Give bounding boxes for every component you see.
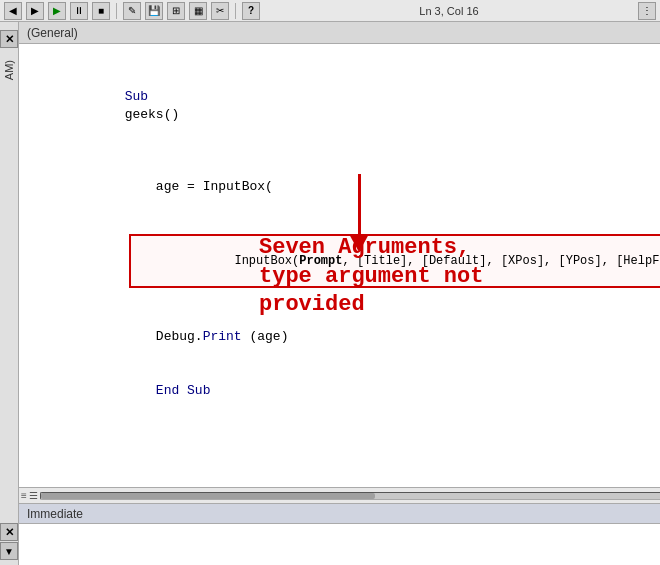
left-panel-label: AM): [3, 60, 15, 80]
code-print: Print: [203, 329, 250, 344]
horizontal-scrollbar[interactable]: ≡ ☰: [19, 487, 660, 503]
content-area: (General) Sub geeks(): [19, 22, 660, 565]
sep2: [235, 3, 236, 19]
annotation-text: Seven Agruments, type argument not provi…: [259, 234, 483, 320]
table-btn[interactable]: ▦: [189, 2, 207, 20]
hscroll-icon-left: ≡: [21, 490, 27, 501]
immediate-label: Immediate: [27, 507, 83, 521]
main-container: ✕ AM) ✕ ▼ (General) Sub geeks(): [0, 22, 660, 565]
toolbar: ◀ ▶ ▶ ⏸ ■ ✎ 💾 ⊞ ▦ ✂ ? Ln 3, Col 16 ⋮: [0, 0, 660, 22]
edit-btn[interactable]: ✎: [123, 2, 141, 20]
immediate-panel: Immediate: [19, 503, 660, 565]
editor-title: (General): [19, 22, 660, 44]
code-line-3: [31, 142, 660, 160]
forward-btn[interactable]: ▶: [26, 2, 44, 20]
code-debug: Debug.: [125, 329, 203, 344]
keyword-end: End Sub: [125, 383, 211, 398]
back-btn[interactable]: ◀: [4, 2, 22, 20]
keyword-sub: Sub: [125, 89, 156, 104]
code-func-name: geeks(): [125, 107, 180, 122]
hscroll-icon-list: ☰: [29, 490, 38, 501]
stop-btn[interactable]: ■: [92, 2, 110, 20]
resize-btn[interactable]: ⋮: [638, 2, 656, 20]
editor-title-label: (General): [27, 26, 78, 40]
hscroll-track[interactable]: [40, 492, 660, 500]
save-btn[interactable]: 💾: [145, 2, 163, 20]
hscroll-thumb: [41, 493, 375, 499]
annotation-line1: Seven Agruments,: [259, 234, 483, 263]
grid-btn[interactable]: ⊞: [167, 2, 185, 20]
left-scroll-area: ✕ ▼: [0, 84, 18, 565]
close-btn[interactable]: ✕: [0, 30, 18, 48]
code-print-arg: (age): [249, 329, 288, 344]
annotation-line2: type argument not: [259, 263, 483, 292]
immediate-body[interactable]: [19, 524, 660, 565]
sep1: [116, 3, 117, 19]
arrow-line: [358, 174, 361, 234]
code-line-1: [31, 52, 660, 70]
cursor-status: Ln 3, Col 16: [264, 5, 634, 17]
pause-btn[interactable]: ⏸: [70, 2, 88, 20]
scroll-down-btn[interactable]: ▼: [0, 542, 18, 560]
annotation-line3: provided: [259, 291, 483, 320]
code-assign: age = InputBox(: [125, 179, 273, 194]
code-line-7: End Sub: [31, 364, 660, 418]
code-line-2: Sub geeks(): [31, 70, 660, 142]
close-btn-2[interactable]: ✕: [0, 523, 18, 541]
play-btn[interactable]: ▶: [48, 2, 66, 20]
code-editor[interactable]: Sub geeks() age = InputBox( InputBox(Pro…: [19, 44, 660, 487]
code-line-4: age = InputBox(: [31, 160, 660, 214]
help-btn[interactable]: ?: [242, 2, 260, 20]
immediate-title: Immediate: [19, 504, 660, 524]
cut-btn[interactable]: ✂: [211, 2, 229, 20]
left-panel: ✕ AM) ✕ ▼: [0, 22, 19, 565]
